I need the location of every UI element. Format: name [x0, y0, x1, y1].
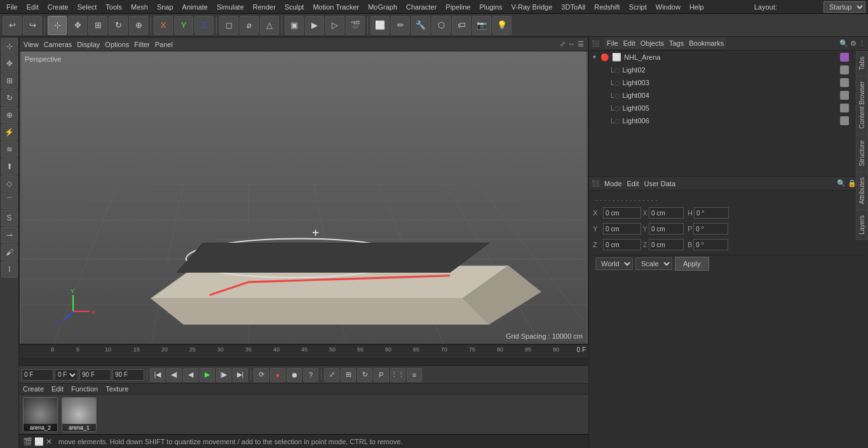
- menu-file[interactable]: File: [3, 2, 22, 12]
- tool-rotate[interactable]: ↻: [1, 90, 18, 106]
- move-tool-button[interactable]: ✥: [68, 16, 87, 35]
- z-axis-button[interactable]: Z: [194, 16, 214, 35]
- spline-mode-button[interactable]: ⌀: [240, 16, 259, 35]
- menu-mesh[interactable]: Mesh: [127, 2, 152, 12]
- menu-window[interactable]: Window: [652, 2, 684, 12]
- menu-plugins[interactable]: Plugins: [475, 2, 506, 12]
- render-anim-button[interactable]: ▷: [325, 16, 344, 35]
- tool-knife[interactable]: ⚡: [1, 124, 18, 140]
- menu-script[interactable]: Script: [625, 2, 651, 12]
- om-color-light02[interactable]: [840, 65, 849, 74]
- tl-pos-key[interactable]: P: [374, 368, 389, 382]
- menu-3dtoall[interactable]: 3DToAll: [557, 2, 589, 12]
- material-arena2[interactable]: arena_2: [23, 397, 58, 432]
- viewport-menu-filter[interactable]: Filter: [134, 41, 149, 48]
- attr-menu-mode[interactable]: Mode: [604, 180, 622, 187]
- attr-search-icon[interactable]: 🔍: [837, 179, 846, 187]
- menu-character[interactable]: Character: [402, 2, 440, 12]
- coord-x-pos-input[interactable]: [603, 207, 641, 219]
- tl-help[interactable]: ?: [303, 368, 318, 382]
- om-menu-file[interactable]: File: [607, 39, 618, 47]
- mat-menu-create[interactable]: Create: [23, 385, 44, 393]
- menu-mograph[interactable]: MoGraph: [364, 2, 401, 12]
- coord-y-pos-input[interactable]: [603, 223, 641, 234]
- viewport[interactable]: View Cameras Display Options Filter Pane…: [19, 37, 588, 344]
- world-select[interactable]: World: [595, 257, 633, 270]
- deformer-button[interactable]: ⬡: [431, 16, 451, 35]
- timeline-track[interactable]: [19, 359, 588, 365]
- tool-slide[interactable]: ⇀: [1, 227, 18, 243]
- menu-select[interactable]: Select: [74, 2, 101, 12]
- attr-menu-edit[interactable]: Edit: [627, 180, 639, 187]
- om-row-light005[interactable]: L◌ Light005 ⋮⋮: [589, 102, 868, 114]
- tab-layers[interactable]: Layers: [856, 210, 868, 240]
- tl-goto-start[interactable]: |◀: [150, 368, 165, 382]
- om-row-nhl-arena[interactable]: ▼ 🔴 ⬜ NHL_Arena ⋮⋮: [589, 51, 868, 64]
- coord-p-input[interactable]: [693, 223, 728, 234]
- coord-y-rot-input[interactable]: [649, 223, 684, 234]
- status-icon-square[interactable]: ⬜: [34, 437, 44, 446]
- om-color-light003[interactable]: [840, 78, 849, 87]
- tool-poly-pen[interactable]: ◇: [1, 175, 18, 192]
- menu-edit[interactable]: Edit: [23, 2, 43, 12]
- om-color-light006[interactable]: [840, 116, 849, 125]
- modifier-button[interactable]: 🔧: [411, 16, 430, 35]
- tool-edge[interactable]: ⌒: [1, 193, 18, 209]
- om-color-light005[interactable]: [840, 104, 849, 112]
- tab-tabs[interactable]: Tabs: [856, 51, 868, 76]
- coord-z-pos-input[interactable]: [603, 239, 641, 250]
- tool-transform[interactable]: ⊕: [1, 107, 18, 123]
- menu-simulate[interactable]: Simulate: [213, 2, 248, 12]
- viewport-icon-arrows[interactable]: ↔: [568, 40, 575, 48]
- transform-tool-button[interactable]: ⊕: [129, 16, 148, 35]
- tool-paint[interactable]: 🖌: [1, 244, 18, 261]
- tl-record[interactable]: ●: [270, 368, 285, 382]
- render-preview-button[interactable]: ▶: [305, 16, 324, 35]
- spline-draw-button[interactable]: ✏: [391, 16, 410, 35]
- tl-step-back[interactable]: ◀|: [166, 368, 182, 382]
- menu-snap[interactable]: Snap: [153, 2, 177, 12]
- menu-render[interactable]: Render: [249, 2, 280, 12]
- material-arena1[interactable]: arena_1: [62, 397, 97, 432]
- menu-create[interactable]: Create: [44, 2, 72, 12]
- mat-menu-function[interactable]: Function: [71, 385, 98, 393]
- tool-sculpt[interactable]: ⌇: [1, 261, 18, 278]
- om-menu-tags[interactable]: Tags: [669, 39, 684, 47]
- tool-bevel[interactable]: S: [1, 210, 18, 226]
- frame-end-input1[interactable]: [79, 369, 111, 381]
- tool-move[interactable]: ✥: [1, 55, 18, 72]
- tool-scale[interactable]: ⊞: [1, 72, 18, 89]
- tool-extrude[interactable]: ⬆: [1, 158, 18, 175]
- tl-play-back[interactable]: ◀: [183, 368, 198, 382]
- frame-start-input[interactable]: [22, 369, 53, 381]
- mat-menu-texture[interactable]: Texture: [105, 385, 128, 393]
- tl-play[interactable]: ▶: [200, 368, 215, 382]
- om-row-light02[interactable]: L◌ Light02 ⋮⋮: [589, 64, 868, 76]
- tab-attributes[interactable]: Attributes: [856, 172, 868, 210]
- object-mode-button[interactable]: ◻: [219, 16, 238, 35]
- tl-loop[interactable]: ⟳: [254, 368, 269, 382]
- coord-b-input[interactable]: [693, 239, 728, 250]
- viewport-menu-options[interactable]: Options: [105, 41, 129, 48]
- undo-button[interactable]: ↩: [3, 16, 22, 35]
- tl-scale-key[interactable]: ⊞: [341, 368, 356, 382]
- tl-rotate-key[interactable]: ↻: [357, 368, 372, 382]
- frame-end-input2[interactable]: [112, 369, 144, 381]
- timeline-ruler[interactable]: 0 5 10 15 20 25 30 35 40 45 50 55 60 65 …: [19, 345, 588, 359]
- menu-motion-tracker[interactable]: Motion Tracker: [309, 2, 363, 12]
- viewport-menu-cameras[interactable]: Cameras: [44, 41, 72, 48]
- coord-x-rot-input[interactable]: [649, 207, 684, 219]
- om-search-icon[interactable]: 🔍: [839, 39, 848, 48]
- tool-select[interactable]: ⊹: [1, 38, 18, 55]
- rotate-tool-button[interactable]: ↻: [109, 16, 128, 35]
- menu-tools[interactable]: Tools: [102, 2, 126, 12]
- mat-menu-edit[interactable]: Edit: [51, 385, 64, 393]
- tab-structure[interactable]: Structure: [856, 135, 868, 172]
- om-menu-edit[interactable]: Edit: [623, 39, 635, 47]
- tl-step-fwd[interactable]: |▶: [216, 368, 231, 382]
- apply-button[interactable]: Apply: [675, 257, 709, 271]
- menu-help[interactable]: Help: [686, 2, 708, 12]
- tag-button[interactable]: 🏷: [452, 16, 471, 35]
- y-axis-button[interactable]: Y: [174, 16, 193, 35]
- render-region-button[interactable]: ▣: [285, 16, 304, 35]
